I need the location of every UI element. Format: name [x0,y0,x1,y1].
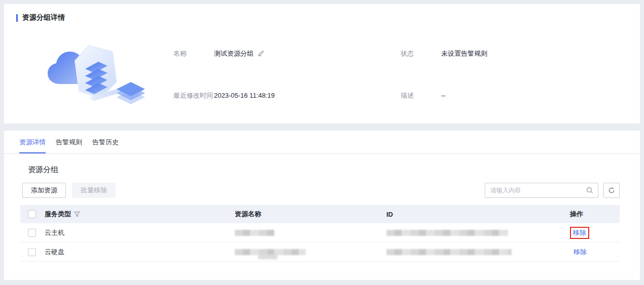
redacted-id [386,230,508,236]
cell-service-type: 云硬盘 [45,248,235,257]
batch-remove-button[interactable]: 批量移除 [72,183,116,198]
header-action: 操作 [570,210,620,219]
field-modified-time-value: 2023-05-16 11:48:19 [214,92,275,99]
refresh-button[interactable] [603,183,620,198]
resource-group-detail-card: 资源分组详情 [4,4,640,124]
field-status-label: 状态 [401,49,441,58]
search-icon[interactable] [586,187,593,194]
row-checkbox[interactable] [28,248,36,256]
remove-link[interactable]: 移除 [574,248,587,256]
row-checkbox[interactable] [28,229,36,237]
tabbar: 资源详情 告警规则 告警历史 [4,131,640,154]
table-header-row: 服务类型 资源名称 ID 操作 [20,205,620,223]
redacted-id [386,249,512,255]
search-input[interactable] [490,187,586,194]
tab-alarm-rules[interactable]: 告警规则 [56,131,82,153]
select-all-checkbox[interactable] [28,210,36,218]
page-title-row: 资源分组详情 [16,13,628,22]
cell-service-type: 云主机 [45,228,235,237]
field-modified-time-label: 最近修改时间 [173,91,214,100]
detail-fields: 名称 测试资源分组 状态 未设置告警规则 最近修改时间 2023-05-16 1… [173,29,628,110]
redacted-resource-name [235,230,274,236]
field-description-label: 描述 [401,91,441,100]
header-service-type: 服务类型 [45,210,71,219]
toolbar: 添加资源 批量移除 [22,183,620,198]
field-name-label: 名称 [173,49,214,58]
search-box [485,183,598,198]
redacted-resource-name [235,249,306,255]
filter-icon[interactable] [74,211,80,217]
page-title: 资源分组详情 [22,13,65,22]
title-accent-bar [16,14,18,22]
table-row: 云主机 移除 [20,223,620,242]
resource-group-illustration [16,29,173,110]
field-description-value: -- [441,92,446,99]
field-description: 描述 -- [401,80,628,110]
table-row: 云硬盘 移除 [20,242,620,262]
section-title: 资源分组 [4,154,640,175]
add-resource-button[interactable]: 添加资源 [22,183,66,198]
header-resource-name: 资源名称 [235,210,386,219]
field-status: 状态 未设置告警规则 [401,38,628,68]
remove-link[interactable]: 移除 [573,229,586,236]
resource-list-card: 资源详情 告警规则 告警历史 资源分组 添加资源 批量移除 服务类型 [4,131,640,280]
remove-link-highlight-box: 移除 [570,227,589,239]
edit-name-icon[interactable] [258,50,264,57]
field-name-value: 测试资源分组 [214,49,254,58]
tab-resource-detail[interactable]: 资源详情 [19,131,46,153]
refresh-icon [608,187,615,194]
header-id: ID [386,211,570,218]
tab-alarm-history[interactable]: 告警历史 [92,131,119,153]
field-modified-time: 最近修改时间 2023-05-16 11:48:19 [173,80,401,110]
resource-table: 服务类型 资源名称 ID 操作 云主机 移除 云硬盘 [20,205,620,262]
field-name: 名称 测试资源分组 [173,38,401,68]
field-status-value: 未设置告警规则 [441,49,487,58]
